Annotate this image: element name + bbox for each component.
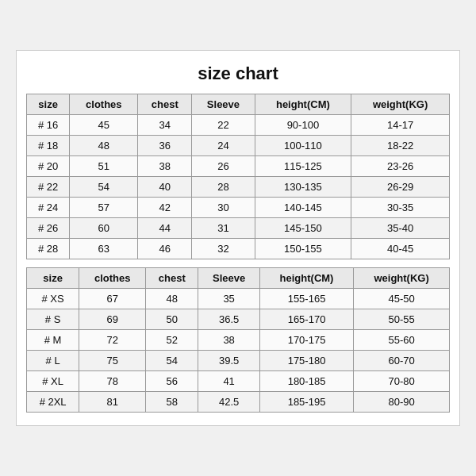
- table-cell: 18-22: [351, 136, 450, 156]
- table-cell: 36: [138, 136, 192, 156]
- table-cell: 32: [192, 239, 255, 259]
- table-cell: 165-170: [259, 309, 353, 330]
- table-cell: # L: [27, 351, 79, 371]
- table-cell: 54: [146, 351, 198, 371]
- table-row: # L755439.5175-18060-70: [27, 351, 450, 371]
- table-cell: # 2XL: [27, 392, 79, 413]
- table-cell: 175-180: [259, 351, 353, 371]
- table-cell: 48: [70, 136, 138, 156]
- table-cell: 145-150: [255, 218, 351, 239]
- table-cell: 81: [79, 392, 146, 413]
- header-cell: chest: [138, 94, 192, 115]
- table2-header: sizeclotheschestSleeveheight(CM)weight(K…: [27, 268, 450, 289]
- table-cell: 67: [79, 289, 146, 309]
- header-cell: size: [27, 268, 79, 289]
- table-cell: 26-29: [351, 177, 450, 198]
- table-cell: 51: [70, 156, 138, 177]
- table-cell: 35: [198, 289, 259, 309]
- table-cell: 185-195: [259, 392, 353, 413]
- table-cell: 42: [138, 198, 192, 218]
- table-row: # XL785641180-18570-80: [27, 371, 450, 392]
- table-cell: 38: [198, 330, 259, 351]
- table-cell: 58: [146, 392, 198, 413]
- table-cell: 80-90: [354, 392, 450, 413]
- table-cell: 56: [146, 371, 198, 392]
- table-cell: # M: [27, 330, 79, 351]
- header-cell: clothes: [79, 268, 146, 289]
- table-cell: 38: [138, 156, 192, 177]
- table-cell: 150-155: [255, 239, 351, 259]
- header-cell: Sleeve: [192, 94, 255, 115]
- table-cell: 78: [79, 371, 146, 392]
- table-cell: # 24: [27, 198, 70, 218]
- table-cell: 22: [192, 115, 255, 136]
- table-row: # 1645342290-10014-17: [27, 115, 450, 136]
- table-cell: # 20: [27, 156, 70, 177]
- table-cell: 69: [79, 309, 146, 330]
- table-cell: 23-26: [351, 156, 450, 177]
- table-cell: 40: [138, 177, 192, 198]
- table-row: # S695036.5165-17050-55: [27, 309, 450, 330]
- table-cell: 14-17: [351, 115, 450, 136]
- table-row: # 2XL815842.5185-19580-90: [27, 392, 450, 413]
- table-cell: 60: [70, 218, 138, 239]
- header-cell: height(CM): [255, 94, 351, 115]
- table-cell: 63: [70, 239, 138, 259]
- table-cell: 170-175: [259, 330, 353, 351]
- table-cell: # 22: [27, 177, 70, 198]
- table1-header: sizeclotheschestSleeveheight(CM)weight(K…: [27, 94, 450, 115]
- table-cell: 55-60: [354, 330, 450, 351]
- table-cell: 34: [138, 115, 192, 136]
- table-cell: 72: [79, 330, 146, 351]
- table-row: # 24574230140-14530-35: [27, 198, 450, 218]
- table-row: # XS674835155-16545-50: [27, 289, 450, 309]
- table-cell: 39.5: [198, 351, 259, 371]
- table-cell: 30-35: [351, 198, 450, 218]
- table-cell: 44: [138, 218, 192, 239]
- size-table-1: sizeclotheschestSleeveheight(CM)weight(K…: [26, 94, 450, 259]
- chart-title: size chart: [26, 63, 450, 84]
- table-cell: 75: [79, 351, 146, 371]
- table1-body: # 1645342290-10014-17# 18483624100-11018…: [27, 115, 450, 259]
- table-cell: 48: [146, 289, 198, 309]
- table-row: # M725238170-17555-60: [27, 330, 450, 351]
- table-row: # 22544028130-13526-29: [27, 177, 450, 198]
- table-cell: # 28: [27, 239, 70, 259]
- table-row: # 26604431145-15035-40: [27, 218, 450, 239]
- table-cell: # S: [27, 309, 79, 330]
- table-cell: 45: [70, 115, 138, 136]
- table-cell: 54: [70, 177, 138, 198]
- table-cell: 30: [192, 198, 255, 218]
- header-cell: Sleeve: [198, 268, 259, 289]
- table-cell: # XL: [27, 371, 79, 392]
- table-row: # 28634632150-15540-45: [27, 239, 450, 259]
- table-cell: 41: [198, 371, 259, 392]
- table-cell: # 26: [27, 218, 70, 239]
- header-cell: chest: [146, 268, 198, 289]
- header-cell: clothes: [70, 94, 138, 115]
- table-cell: 36.5: [198, 309, 259, 330]
- table-cell: 57: [70, 198, 138, 218]
- table-cell: 50: [146, 309, 198, 330]
- table-cell: 180-185: [259, 371, 353, 392]
- table-cell: 24: [192, 136, 255, 156]
- table-cell: # XS: [27, 289, 79, 309]
- table-row: # 18483624100-11018-22: [27, 136, 450, 156]
- table-cell: 90-100: [255, 115, 351, 136]
- table-cell: 100-110: [255, 136, 351, 156]
- table-cell: 70-80: [354, 371, 450, 392]
- header-cell: height(CM): [259, 268, 353, 289]
- size-table-2: sizeclotheschestSleeveheight(CM)weight(K…: [26, 267, 450, 413]
- table-row: # 20513826115-12523-26: [27, 156, 450, 177]
- table-cell: # 18: [27, 136, 70, 156]
- header-cell: size: [27, 94, 70, 115]
- table-cell: 60-70: [354, 351, 450, 371]
- table-cell: 46: [138, 239, 192, 259]
- table-cell: 50-55: [354, 309, 450, 330]
- header-cell: weight(KG): [354, 268, 450, 289]
- table-cell: 28: [192, 177, 255, 198]
- table-cell: 45-50: [354, 289, 450, 309]
- table-cell: 40-45: [351, 239, 450, 259]
- table-cell: 31: [192, 218, 255, 239]
- table-cell: 155-165: [259, 289, 353, 309]
